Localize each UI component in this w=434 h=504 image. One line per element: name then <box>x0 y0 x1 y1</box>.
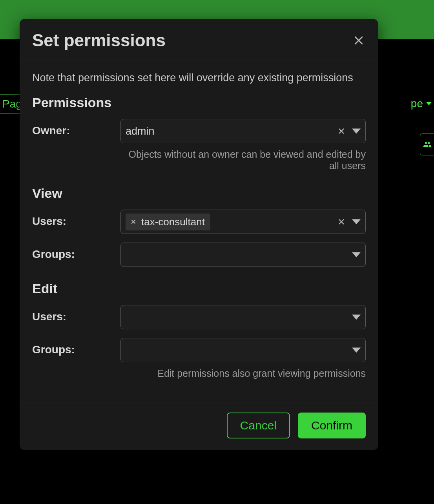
owner-row: Owner: admin Objects without an owner ca… <box>32 119 366 172</box>
owner-value: admin <box>126 125 333 137</box>
set-permissions-modal: Set permissions Note that permissions se… <box>20 19 378 450</box>
caret-down-icon <box>352 250 361 259</box>
override-note: Note that permissions set here will over… <box>32 72 366 84</box>
caret-down-icon <box>352 346 361 354</box>
edit-groups-dropdown-toggle[interactable] <box>352 346 361 354</box>
x-icon <box>130 219 137 225</box>
modal-header: Set permissions <box>20 19 378 60</box>
modal-footer: Cancel Confirm <box>20 402 378 450</box>
edit-heading: Edit <box>32 281 366 296</box>
confirm-button[interactable]: Confirm <box>298 413 366 438</box>
view-heading: View <box>32 186 366 201</box>
view-groups-label: Groups: <box>32 243 120 261</box>
close-button[interactable] <box>352 33 366 47</box>
view-users-row: Users: tax-consultant <box>32 210 366 234</box>
edit-users-select[interactable] <box>120 305 366 329</box>
view-users-select[interactable]: tax-consultant <box>120 210 366 234</box>
view-users-dropdown-toggle[interactable] <box>352 217 361 226</box>
background-icon-button[interactable] <box>420 133 434 155</box>
edit-groups-row: Groups: Edit permissions also grant view… <box>32 338 366 379</box>
view-groups-dropdown-toggle[interactable] <box>352 250 361 259</box>
background-tab-right-label: pe <box>411 97 423 110</box>
owner-helper: Objects without an owner can be viewed a… <box>120 149 366 172</box>
caret-down-icon <box>352 313 361 321</box>
caret-down-icon <box>352 217 361 226</box>
edit-groups-helper: Edit permissions also grant viewing perm… <box>120 368 366 379</box>
edit-users-label: Users: <box>32 305 120 323</box>
people-icon <box>423 140 432 149</box>
view-users-label: Users: <box>32 210 120 228</box>
edit-groups-label: Groups: <box>32 338 120 356</box>
view-groups-row: Groups: <box>32 243 366 267</box>
modal-body: Note that permissions set here will over… <box>20 60 378 402</box>
caret-down-icon <box>426 101 432 106</box>
user-chip: tax-consultant <box>126 214 210 230</box>
owner-select[interactable]: admin <box>120 119 366 143</box>
x-icon <box>337 127 346 135</box>
modal-title: Set permissions <box>32 31 166 50</box>
view-groups-select[interactable] <box>120 243 366 267</box>
permissions-heading: Permissions <box>32 95 366 110</box>
edit-users-dropdown-toggle[interactable] <box>352 313 361 321</box>
chip-label: tax-consultant <box>141 216 205 228</box>
cancel-button[interactable]: Cancel <box>227 413 290 438</box>
edit-groups-select[interactable] <box>120 338 366 362</box>
owner-dropdown-toggle[interactable] <box>352 127 361 135</box>
edit-users-row: Users: <box>32 305 366 329</box>
caret-down-icon <box>352 127 361 135</box>
view-users-clear-button[interactable] <box>337 217 346 226</box>
owner-label: Owner: <box>32 119 120 137</box>
x-icon <box>337 217 346 226</box>
close-icon <box>353 35 365 46</box>
chip-remove-button[interactable] <box>130 219 137 225</box>
owner-clear-button[interactable] <box>337 127 346 135</box>
background-tab-right[interactable]: pe <box>405 94 434 113</box>
